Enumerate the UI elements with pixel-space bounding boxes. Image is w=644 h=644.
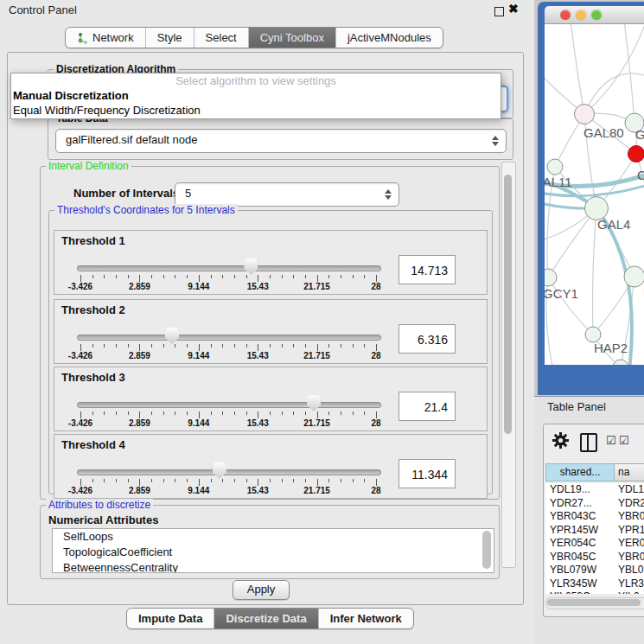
slider-thumb[interactable] — [213, 462, 226, 479]
gray-edge[interactable] — [593, 208, 597, 335]
table-row[interactable]: YDL19...YDL1 — [545, 483, 644, 497]
minimize-traffic-light[interactable] — [576, 10, 586, 20]
numerical-attributes-label: Numerical Attributes — [48, 513, 158, 526]
slider-thumb[interactable] — [307, 395, 321, 411]
slider-tick-labels: -3.4262.8599.14415.4321.71528 — [80, 418, 376, 428]
table-row[interactable]: YBR045CYBR0 — [545, 551, 644, 564]
network-node-h[interactable] — [624, 266, 644, 287]
node-label: HAP2 — [594, 341, 628, 355]
table-row[interactable]: YPR145WYPR1 — [545, 524, 644, 538]
gray-edge[interactable] — [548, 208, 596, 277]
numerical-attributes-list[interactable]: SelfLoopsTopologicalCoefficientBetweenne… — [52, 528, 494, 573]
tab-cyni-toolbox[interactable]: Cyni Toolbox — [248, 28, 335, 48]
gear-icon[interactable] — [552, 432, 569, 449]
cell-shared-name: YBR045C — [545, 551, 615, 564]
tab-style[interactable]: Style — [145, 28, 194, 48]
slider-ticks — [80, 274, 376, 282]
list-vertical-scrollbar[interactable] — [482, 531, 491, 569]
number-of-intervals-label: Number of Intervals — [73, 187, 179, 200]
number-of-intervals-combobox[interactable]: 5 — [175, 182, 399, 207]
cell-shared-name: YBR043C — [545, 510, 615, 524]
settings-vertical-scrollbar[interactable] — [501, 162, 516, 568]
spinner-arrows-icon — [492, 136, 499, 146]
table-row[interactable]: YBR043CYBR0 — [545, 510, 644, 524]
table-panel-titlebar: Table Panel — [534, 396, 644, 419]
gray-edge[interactable] — [571, 24, 584, 114]
threshold-value-field[interactable]: 21.4 — [399, 392, 456, 421]
slider-track[interactable] — [77, 335, 381, 341]
node-label: GAL4 — [597, 217, 630, 232]
network-node-gcy1[interactable] — [545, 269, 557, 286]
tick-label: 9.144 — [188, 282, 209, 291]
network-canvas[interactable]: GAL80GCGAL11GAL4GCY1HHAP2 — [545, 24, 644, 365]
dropdown-item-equal-width-frequency-discretization[interactable]: Equal Width/Frequency Discretization — [11, 103, 501, 118]
gray-edge[interactable] — [584, 24, 644, 114]
network-node-gal11[interactable] — [547, 159, 563, 175]
attribute-item-betweennesscentrality[interactable]: BetweennessCentrality — [53, 560, 494, 573]
gray-edge[interactable] — [584, 73, 644, 114]
attribute-item-selfloops[interactable]: SelfLoops — [53, 529, 494, 545]
table-row[interactable]: YBL079WYBL0 — [545, 564, 644, 577]
scrollbar-thumb[interactable] — [504, 175, 512, 434]
checkbox-icon[interactable]: ☑ — [606, 434, 616, 447]
slider-track[interactable] — [77, 265, 381, 271]
tick-label: 9.144 — [188, 351, 209, 360]
zoom-traffic-light[interactable] — [591, 10, 602, 20]
slider-track[interactable] — [77, 402, 381, 408]
control-panel-titlebar: Control Panel ✖ — [0, 0, 534, 21]
tab-label: Infer Network — [330, 609, 402, 628]
tick-label: 28 — [371, 486, 380, 495]
threshold-value-field[interactable]: 6.316 — [399, 324, 456, 354]
close-traffic-light[interactable] — [560, 10, 571, 20]
threshold-value-field[interactable]: 14.713 — [399, 255, 456, 284]
network-window[interactable]: GAL80GCGAL11GAL4GCY1HHAP2 — [538, 2, 644, 395]
network-node-c[interactable] — [628, 146, 644, 163]
cell-name: YBL0 — [615, 564, 644, 577]
network-node[interactable] — [613, 360, 628, 365]
tab-label: Discretize Data — [226, 609, 306, 628]
threshold-box-1: Threshold 1-3.4262.8599.14415.4321.71528… — [54, 230, 488, 295]
checkbox-icon[interactable]: ☑ — [619, 434, 629, 447]
columns-icon[interactable] — [580, 433, 597, 452]
slider-thumb[interactable] — [165, 328, 179, 344]
table-row[interactable]: YER054CYER0 — [545, 537, 644, 551]
attribute-item-topologicalcoefficient[interactable]: TopologicalCoefficient — [53, 545, 494, 560]
tab-jactivemnodules[interactable]: jActiveMNodules — [335, 28, 443, 48]
table-row[interactable]: YLR345WYLR3 — [545, 577, 644, 591]
group-title: Interval Definition — [46, 160, 131, 172]
tick-label: 15.43 — [247, 351, 269, 360]
table-row[interactable]: YDR27...YDR2 — [545, 497, 644, 511]
top-tab-bar: NetworkStyleSelectCyni ToolboxjActiveMNo… — [65, 27, 443, 48]
close-icon[interactable]: ✖ — [508, 2, 519, 16]
tab-discretize-data[interactable]: Discretize Data — [214, 609, 317, 628]
float-window-icon[interactable] — [494, 7, 504, 16]
network-window-titlebar[interactable] — [545, 6, 644, 24]
tab-infer-network[interactable]: Infer Network — [318, 609, 413, 628]
table-horizontal-scrollbar[interactable] — [545, 597, 644, 609]
cell-shared-name: YDR27... — [545, 497, 615, 511]
tab-network[interactable]: Network — [66, 28, 145, 48]
column-header-shared[interactable]: shared... — [545, 463, 615, 481]
slider-tick-labels: -3.4262.8599.14415.4321.71528 — [80, 486, 376, 495]
apply-button[interactable]: Apply — [233, 580, 290, 600]
tick-label: 2.859 — [129, 282, 150, 291]
table-row[interactable]: YIL053CYIL0 — [545, 590, 644, 594]
tab-label: Network — [92, 28, 134, 48]
dropdown-item-manual-discretization[interactable]: Manual Discretization — [11, 88, 501, 103]
cell-name: YIL0 — [615, 590, 644, 594]
tick-label: -3.426 — [68, 418, 92, 428]
network-node-gal80[interactable] — [575, 105, 595, 124]
scrollbar-thumb[interactable] — [482, 531, 491, 569]
tab-label: Select — [206, 28, 237, 48]
table-data-combobox[interactable]: galFiltered.sif default node — [55, 129, 507, 153]
tab-impute-data[interactable]: Impute Data — [127, 609, 214, 628]
cell-name: YDR2 — [615, 497, 644, 511]
slider-thumb[interactable] — [244, 258, 258, 275]
combobox-value: galFiltered.sif default node — [66, 130, 197, 150]
threshold-value-field[interactable]: 11.344 — [399, 459, 456, 488]
cell-shared-name: YPR145W — [545, 524, 615, 538]
scrollbar-thumb[interactable] — [547, 599, 641, 606]
tab-select[interactable]: Select — [194, 28, 248, 48]
slider-track[interactable] — [77, 469, 381, 475]
column-header-name[interactable]: na — [615, 463, 644, 481]
